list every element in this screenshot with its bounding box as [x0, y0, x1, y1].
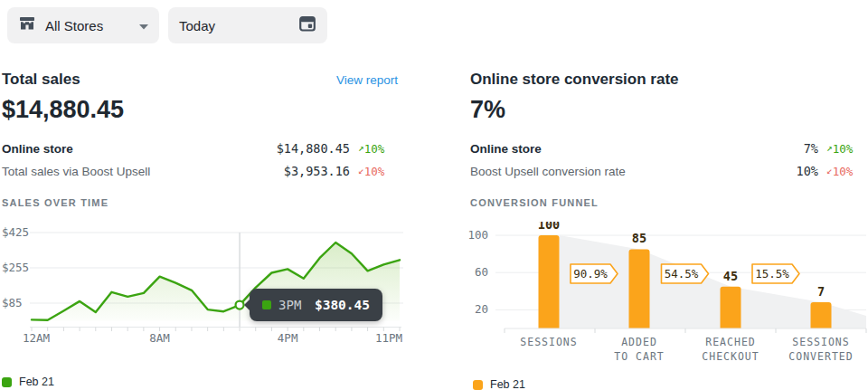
view-report-link[interactable]: View report [336, 73, 398, 87]
filter-bar: All Stores Today [0, 0, 868, 52]
section-title-conversion-funnel: CONVERSION FUNNEL [470, 197, 599, 208]
section-title-sales-over-time: SALES OVER TIME [2, 197, 108, 208]
svg-text:85: 85 [632, 231, 646, 245]
svg-text:11PM: 11PM [375, 331, 402, 345]
store-selector[interactable]: All Stores [7, 7, 159, 43]
svg-text:15.5%: 15.5% [755, 267, 789, 281]
storefront-icon [18, 14, 36, 36]
trend-down-icon: ↙ [358, 165, 364, 176]
metric-delta: ↙10% [358, 165, 400, 178]
trend-up-icon: ↗ [358, 142, 364, 154]
legend-swatch-green [2, 377, 12, 387]
svg-text:$255: $255 [2, 261, 29, 274]
legend-feb-21: Feb 21 [2, 376, 54, 388]
sales-over-time-chart[interactable]: $85$255$42512AM8AM4PM11PM 3PM $380.45 [2, 224, 403, 347]
svg-text:45: 45 [723, 269, 738, 283]
date-range-selector[interactable]: Today [168, 7, 327, 43]
card-title: Total sales [2, 71, 80, 89]
hover-point-marker [236, 301, 244, 309]
svg-text:100: 100 [538, 222, 560, 232]
conversion-rate-value: 7% [470, 96, 505, 124]
metric-row-boost-upsell: Boost Upsell conversion rate 10% ↙10% [470, 160, 868, 182]
metric-row-boost-upsell: Total sales via Boost Upsell $3,953.16 ↙… [2, 160, 400, 182]
svg-text:8AM: 8AM [149, 331, 170, 345]
metric-row-online-store: Online store $14,880.45 ↗10% [2, 138, 400, 159]
svg-text:60: 60 [475, 265, 488, 279]
svg-text:4PM: 4PM [278, 331, 298, 345]
svg-text:100: 100 [468, 228, 488, 242]
legend-feb-21: Feb 21 [473, 378, 525, 390]
total-sales-card: Total sales View report $14,880.45 Onlin… [2, 63, 400, 390]
svg-text:$85: $85 [2, 296, 23, 309]
metric-value: $3,953.16 [214, 164, 350, 178]
metric-label: Boost Upsell conversion rate [470, 165, 683, 178]
conversion-funnel-chart[interactable]: 10060201008545790.9%54.5%15.5%SESSIONSAD… [468, 222, 868, 366]
metric-rows: Online store $14,880.45 ↗10% Total sales… [2, 138, 400, 182]
total-sales-value: $14,880.45 [2, 96, 124, 124]
series-dot-icon [262, 300, 271, 309]
trend-up-icon: ↗ [826, 142, 833, 154]
metric-row-online-store: Online store 7% ↗10% [470, 138, 868, 159]
svg-text:$425: $425 [2, 225, 29, 239]
svg-text:CHECKOUT: CHECKOUT [702, 350, 759, 363]
funnel-bar [539, 235, 560, 328]
metric-value: 7% [683, 141, 818, 156]
metric-label: Total sales via Boost Upsell [2, 165, 214, 178]
chart-tooltip: 3PM $380.45 [250, 289, 382, 321]
metric-value: $14,880.45 [214, 141, 350, 156]
store-selector-label: All Stores [45, 18, 103, 33]
metric-label: Online store [2, 142, 214, 156]
funnel-bar [629, 249, 650, 328]
metric-delta: ↙10% [826, 165, 868, 178]
svg-text:SESSIONS: SESSIONS [520, 336, 577, 348]
svg-text:20: 20 [475, 302, 488, 316]
card-title: Online store conversion rate [470, 71, 679, 89]
chevron-down-icon [139, 17, 148, 33]
trend-down-icon: ↙ [826, 165, 833, 176]
funnel-bar [811, 302, 832, 328]
calendar-icon [298, 14, 316, 36]
metric-label: Online store [470, 142, 683, 156]
metric-rows: Online store 7% ↗10% Boost Upsell conver… [470, 138, 868, 182]
svg-text:90.9%: 90.9% [573, 267, 608, 281]
metric-delta: ↗10% [826, 142, 868, 156]
svg-text:7: 7 [817, 284, 825, 299]
legend-swatch-orange [473, 380, 483, 390]
svg-text:ADDED: ADDED [621, 336, 657, 348]
svg-text:CONVERTED: CONVERTED [788, 350, 853, 363]
svg-text:12AM: 12AM [23, 331, 50, 345]
svg-text:REACHED: REACHED [705, 336, 755, 348]
tooltip-value: $380.45 [308, 298, 370, 312]
svg-text:SESSIONS: SESSIONS [792, 336, 849, 348]
date-range-label: Today [179, 18, 215, 33]
conversion-rate-card: Online store conversion rate 7% Online s… [470, 63, 868, 390]
tooltip-time: 3PM [278, 298, 301, 312]
metric-delta: ↗10% [358, 142, 400, 156]
svg-text:54.5%: 54.5% [665, 267, 699, 281]
metric-value: 10% [683, 164, 818, 178]
svg-text:TO CART: TO CART [614, 350, 664, 363]
funnel-bar [721, 287, 741, 328]
